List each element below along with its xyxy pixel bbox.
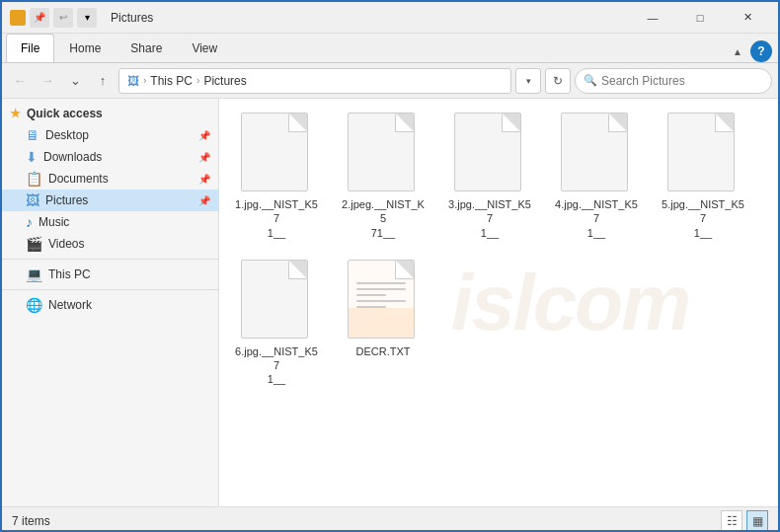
up-button[interactable]: ↑ (91, 69, 115, 93)
doc-shape-2 (348, 113, 415, 191)
sidebar-divider-2 (2, 289, 218, 290)
sidebar-item-label-documents: Documents (48, 172, 109, 186)
file-area: islcom 1.jpg.__NIST_K571__ 2.jpeg.__NIST… (219, 99, 778, 506)
file-icon-7 (348, 260, 419, 341)
refresh-button[interactable]: ↻ (545, 68, 571, 94)
sidebar-item-videos[interactable]: 🎬 Videos (2, 233, 218, 255)
path-sep2: › (196, 75, 199, 86)
address-path[interactable]: 🖼 › This PC › Pictures (118, 68, 511, 94)
sidebar-item-downloads[interactable]: ⬇ Downloads 📌 (2, 146, 218, 168)
file-item-2[interactable]: 2.jpeg.__NIST_K571__ (334, 107, 432, 246)
ribbon-right: ▲ ? (729, 40, 778, 62)
doc-line-2 (356, 288, 406, 290)
sidebar-item-label-pictures: Pictures (45, 193, 88, 207)
path-pictures: Pictures (203, 74, 246, 88)
file-item-1[interactable]: 1.jpg.__NIST_K571__ (227, 107, 326, 246)
search-input[interactable] (601, 74, 763, 88)
desktop-folder-icon: 🖥 (26, 127, 39, 143)
file-name-6: 6.jpg.__NIST_K571__ (233, 344, 320, 387)
file-item-3[interactable]: 3.jpg.__NIST_K571__ (440, 107, 539, 246)
search-icon: 🔍 (584, 74, 597, 87)
sidebar-item-music[interactable]: ♪ Music (2, 211, 218, 233)
status-bar: 7 items ☷ ▦ (2, 506, 778, 532)
doc-line-3 (356, 294, 386, 296)
file-name-2: 2.jpeg.__NIST_K571__ (340, 197, 427, 240)
file-icon-4 (561, 113, 632, 193)
thispc-icon: 💻 (26, 266, 42, 282)
sidebar-divider-1 (2, 259, 218, 260)
ribbon-collapse-arrow[interactable]: ▲ (729, 44, 746, 59)
sidebar-item-network[interactable]: 🌐 Network (2, 294, 218, 316)
undo-btn[interactable]: ↩ (53, 8, 73, 28)
sidebar-item-desktop[interactable]: 🖥 Desktop 📌 (2, 124, 218, 146)
sidebar-item-documents[interactable]: 📋 Documents 📌 (2, 168, 218, 190)
file-item-6[interactable]: 6.jpg.__NIST_K571__ (227, 254, 326, 393)
file-icon-6 (241, 260, 312, 341)
title-bar: 📌 ↩ ▾ Pictures — □ ✕ (2, 2, 778, 34)
pictures-folder-icon: 🖼 (26, 192, 39, 208)
dropdown-btn[interactable]: ▾ (77, 8, 97, 28)
quick-access-btn[interactable]: 📌 (30, 8, 49, 28)
sidebar-item-thispc[interactable]: 💻 This PC (2, 264, 218, 285)
sidebar-item-label-music: Music (39, 215, 69, 229)
file-name-4: 4.jpg.__NIST_K571__ (553, 197, 640, 240)
music-folder-icon: ♪ (26, 214, 33, 230)
doc-shape-4 (561, 113, 628, 191)
minimize-button[interactable]: — (630, 2, 675, 34)
file-icon-3 (454, 113, 525, 193)
back-button[interactable]: ← (8, 69, 32, 93)
ribbon-tabs: File Home Share View ▲ ? (2, 34, 778, 63)
path-sep1: › (143, 75, 146, 86)
files-grid: 1.jpg.__NIST_K571__ 2.jpeg.__NIST_K571__… (227, 107, 770, 393)
app-icon (10, 10, 26, 26)
tab-file[interactable]: File (6, 34, 54, 62)
path-icon: 🖼 (127, 74, 139, 88)
file-icon-1 (241, 113, 312, 193)
maximize-button[interactable]: □ (677, 2, 723, 34)
videos-folder-icon: 🎬 (26, 236, 42, 252)
file-name-5: 5.jpg.__NIST_K571__ (660, 197, 746, 240)
close-button[interactable]: ✕ (725, 2, 770, 34)
main-layout: ★ Quick access 🖥 Desktop 📌 ⬇ Downloads 📌… (2, 99, 778, 506)
network-icon: 🌐 (26, 297, 42, 313)
file-name-1: 1.jpg.__NIST_K571__ (233, 197, 320, 240)
tab-share[interactable]: Share (116, 34, 177, 62)
quick-access-label: Quick access (27, 107, 103, 120)
large-icons-view-button[interactable]: ▦ (746, 510, 768, 532)
window-controls: — □ ✕ (630, 2, 770, 34)
file-item-4[interactable]: 4.jpg.__NIST_K571__ (547, 107, 646, 246)
file-item-5[interactable]: 5.jpg.__NIST_K571__ (654, 107, 752, 246)
pin-icon-downloads: 📌 (198, 152, 210, 163)
sidebar-item-pictures[interactable]: 🖼 Pictures 📌 (2, 190, 218, 211)
window-title: Pictures (111, 11, 153, 25)
doc-line-1 (356, 282, 406, 284)
doc-line-5 (356, 306, 386, 308)
file-icon-5 (667, 113, 739, 193)
forward-button[interactable]: → (36, 69, 59, 93)
txt-bg (349, 308, 414, 338)
file-item-7[interactable]: DECR.TXT (334, 254, 432, 393)
list-view-button[interactable]: ☷ (721, 510, 742, 532)
sidebar-item-label-desktop: Desktop (45, 128, 89, 142)
help-button[interactable]: ? (750, 40, 772, 62)
tab-view[interactable]: View (177, 34, 232, 62)
downloads-folder-icon: ⬇ (26, 149, 38, 165)
doc-shape-7 (348, 260, 415, 339)
sidebar-item-label-videos: Videos (48, 237, 84, 251)
pin-icon-desktop: 📌 (198, 130, 210, 141)
search-box[interactable]: 🔍 (575, 68, 772, 94)
sidebar-item-label-thispc: This PC (48, 267, 91, 281)
file-icon-2 (348, 113, 419, 193)
file-name-3: 3.jpg.__NIST_K571__ (446, 197, 533, 240)
view-controls: ☷ ▦ (721, 510, 768, 532)
sidebar-item-label-network: Network (48, 298, 92, 312)
tab-home[interactable]: Home (54, 34, 116, 62)
address-bar: ← → ⌄ ↑ 🖼 › This PC › Pictures ▾ ↻ 🔍 (2, 63, 778, 99)
path-dropdown-button[interactable]: ▾ (515, 68, 541, 94)
doc-shape-6 (241, 260, 308, 339)
sidebar-section-quick-access[interactable]: ★ Quick access (2, 103, 218, 124)
item-count: 7 items (12, 514, 50, 528)
path-thispc: This PC (150, 74, 193, 88)
dropdown-history-button[interactable]: ⌄ (63, 69, 87, 93)
documents-folder-icon: 📋 (26, 171, 42, 187)
